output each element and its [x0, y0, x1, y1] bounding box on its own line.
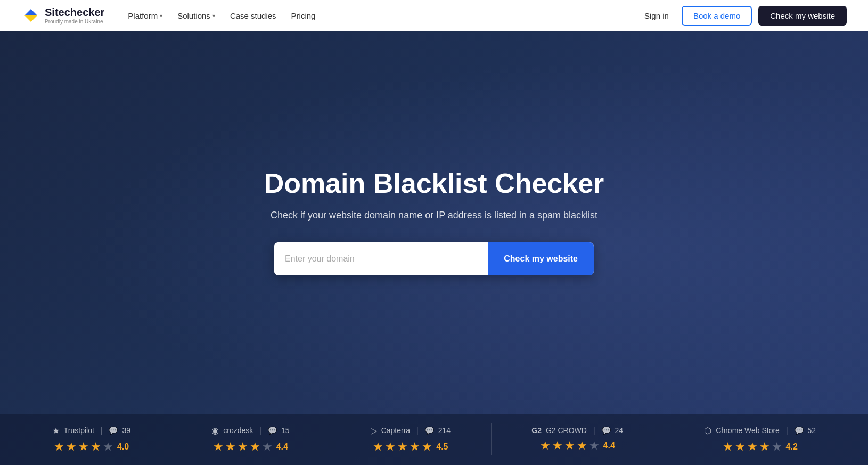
check-website-header-button[interactable]: Check my website: [758, 6, 847, 26]
hero-title: Domain Blacklist Checker: [264, 167, 604, 199]
nav-item-case-studies[interactable]: Case studies: [224, 7, 283, 25]
rating-platform-g2crowd: G2 G2 CROWD | 💬 24: [531, 426, 623, 435]
crozdesk-icon: ◉: [211, 426, 219, 436]
check-website-hero-button[interactable]: Check my website: [488, 242, 594, 275]
rating-capterra: ▷ Capterra | 💬 214 ★ ★ ★ ★ ★ 4.5: [371, 426, 451, 454]
nav-item-platform[interactable]: Platform ▾: [121, 7, 169, 25]
chrome-score: 4.2: [786, 442, 798, 452]
header-right: Sign in Book a demo Check my website: [638, 6, 847, 26]
capterra-label: Capterra: [381, 426, 410, 435]
rating-trustpilot: ★ Trustpilot | 💬 39 ★ ★ ★ ★ ★ 4.0: [52, 426, 130, 454]
trustpilot-icon: ★: [52, 426, 60, 436]
rating-platform-chrome: ⬡ Chrome Web Store | 💬 52: [704, 426, 816, 436]
rating-separator-2: [330, 423, 330, 455]
logo-text: Sitechecker Proudly made in Ukraine: [45, 6, 104, 25]
logo-name: Sitechecker: [45, 6, 104, 19]
comment-icon: 💬: [109, 426, 118, 435]
book-demo-button[interactable]: Book a demo: [682, 6, 752, 26]
comment-icon-3: 💬: [425, 426, 434, 435]
header: Sitechecker Proudly made in Ukraine Plat…: [0, 0, 868, 31]
rating-chrome-web-store: ⬡ Chrome Web Store | 💬 52 ★ ★ ★ ★ ★ 4.2: [704, 426, 816, 454]
nav-item-pricing[interactable]: Pricing: [285, 7, 322, 25]
chrome-review-count: 52: [808, 426, 816, 435]
header-left: Sitechecker Proudly made in Ukraine Plat…: [21, 6, 322, 25]
nav-label-solutions: Solutions: [177, 11, 210, 20]
crozdesk-score: 4.4: [276, 442, 288, 452]
g2crowd-score: 4.4: [603, 441, 615, 451]
chrome-stars: ★ ★ ★ ★ ★ 4.2: [723, 440, 798, 454]
ratings-bar: ★ Trustpilot | 💬 39 ★ ★ ★ ★ ★ 4.0 ◉ croz…: [0, 414, 868, 465]
logo-tagline: Proudly made in Ukraine: [45, 19, 104, 25]
crozdesk-stars: ★ ★ ★ ★ ★ 4.4: [213, 440, 288, 454]
rating-separator-1: [171, 423, 171, 455]
comment-icon-5: 💬: [795, 426, 804, 435]
rating-platform-trustpilot: ★ Trustpilot | 💬 39: [52, 426, 130, 436]
chrome-label: Chrome Web Store: [716, 426, 780, 435]
rating-platform-capterra: ▷ Capterra | 💬 214: [371, 426, 451, 436]
rating-platform-crozdesk: ◉ crozdesk | 💬 15: [211, 426, 289, 436]
domain-search-input[interactable]: [274, 242, 488, 275]
nav: Platform ▾ Solutions ▾ Case studies Pric…: [121, 7, 322, 25]
hero-subtitle: Check if your website domain name or IP …: [271, 210, 597, 221]
trustpilot-label: Trustpilot: [64, 426, 94, 435]
g2crowd-label: G2 CROWD: [546, 426, 587, 435]
nav-label-pricing: Pricing: [291, 11, 316, 20]
nav-label-platform: Platform: [128, 11, 158, 20]
crozdesk-label: crozdesk: [223, 426, 253, 435]
capterra-review-count: 214: [438, 426, 451, 435]
crozdesk-review-count: 15: [281, 426, 290, 435]
hero-section: Domain Blacklist Checker Check if your w…: [0, 31, 868, 465]
capterra-stars: ★ ★ ★ ★ ★ 4.5: [373, 440, 448, 454]
g2crowd-icon: G2: [531, 426, 542, 435]
chevron-down-icon-2: ▾: [212, 13, 215, 19]
capterra-icon: ▷: [371, 426, 377, 436]
trustpilot-score: 4.0: [117, 442, 129, 452]
chevron-down-icon: ▾: [160, 13, 162, 19]
sign-in-button[interactable]: Sign in: [638, 7, 675, 25]
chrome-icon: ⬡: [704, 426, 711, 436]
capterra-score: 4.5: [436, 442, 448, 452]
rating-g2crowd: G2 G2 CROWD | 💬 24 ★ ★ ★ ★ ★ 4.4: [531, 426, 623, 453]
rating-separator-4: [664, 423, 664, 455]
g2crowd-review-count: 24: [615, 426, 624, 435]
logo[interactable]: Sitechecker Proudly made in Ukraine: [21, 6, 104, 25]
rating-crozdesk: ◉ crozdesk | 💬 15 ★ ★ ★ ★ ★ 4.4: [211, 426, 289, 454]
rating-separator-3: [491, 423, 492, 455]
comment-icon-4: 💬: [602, 426, 611, 435]
trustpilot-review-count: 39: [122, 426, 130, 435]
g2crowd-stars: ★ ★ ★ ★ ★ 4.4: [540, 439, 615, 453]
search-bar: Check my website: [274, 242, 594, 275]
trustpilot-stars: ★ ★ ★ ★ ★ 4.0: [54, 440, 129, 454]
comment-icon-2: 💬: [268, 426, 277, 435]
nav-item-solutions[interactable]: Solutions ▾: [171, 7, 222, 25]
logo-icon: [21, 8, 40, 23]
nav-label-case-studies: Case studies: [230, 11, 276, 20]
